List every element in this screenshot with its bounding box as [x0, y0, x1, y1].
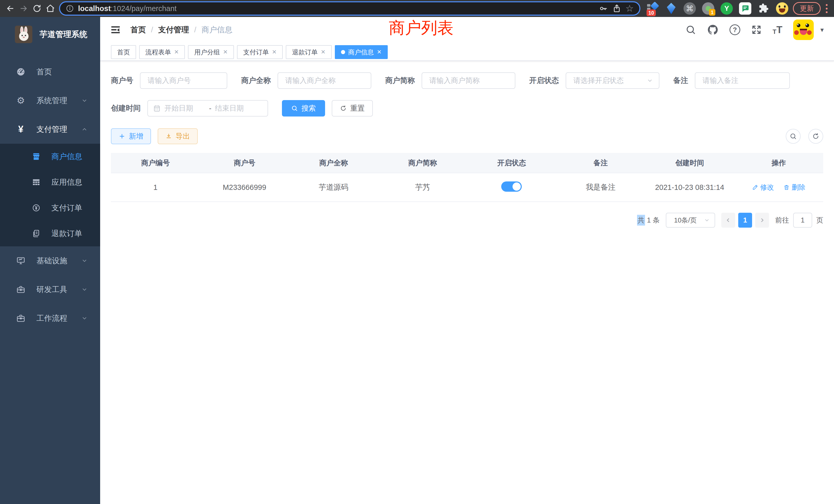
browser-reload-button[interactable]	[30, 2, 44, 15]
sidebar-item-merchant-info[interactable]: 商户信息	[0, 144, 100, 169]
table-toolbar: 新增 导出	[111, 128, 823, 144]
extension-tabs-icon[interactable]: 10	[646, 2, 659, 15]
chrome-update-button[interactable]: 更新	[793, 2, 821, 15]
help-button[interactable]: ?	[729, 24, 740, 35]
extension-gem-icon[interactable]	[665, 2, 677, 15]
merchant-no-input[interactable]	[140, 72, 227, 89]
header-search-button[interactable]	[685, 24, 696, 35]
site-info-icon[interactable]	[66, 4, 74, 13]
field-label: 商户简称	[385, 75, 415, 86]
chevron-down-icon	[81, 315, 88, 322]
main-panel: 首页 / 支付管理 / 商户信息 ?	[100, 17, 834, 504]
breadcrumb-payment[interactable]: 支付管理	[158, 25, 189, 35]
sidebar-item-refund-order[interactable]: 退款订单	[0, 221, 100, 246]
tab-process-form[interactable]: 流程表单 ✕	[139, 45, 185, 59]
page-size-select[interactable]: 10条/页	[666, 213, 715, 228]
extension-y-icon[interactable]: Y	[721, 2, 733, 15]
sidebar-item-dev-tools[interactable]: 研发工具	[0, 275, 100, 304]
edit-link[interactable]: 修改	[752, 183, 774, 192]
tab-label: 流程表单	[145, 48, 171, 56]
search-button[interactable]: 搜索	[282, 100, 325, 116]
close-icon[interactable]: ✕	[272, 49, 277, 55]
url-host: localhost	[78, 4, 111, 13]
avatar-caret-icon[interactable]: ▾	[820, 26, 824, 34]
goto-page-input[interactable]	[793, 213, 812, 228]
close-icon[interactable]: ✕	[377, 49, 381, 55]
extension-badge: 10	[646, 9, 656, 16]
chevron-up-icon	[81, 126, 88, 133]
export-button[interactable]: 导出	[158, 128, 198, 144]
chevron-left-icon	[725, 217, 731, 224]
table-header-row: 商户编号 商户号 商户全称 商户简称 开启状态 备注 创建时间 操作	[111, 153, 823, 173]
chevron-down-icon	[704, 217, 710, 223]
prev-page-button[interactable]	[721, 213, 735, 228]
sidebar-item-payment[interactable]: ¥ 支付管理	[0, 115, 100, 144]
date-range-picker[interactable]: -	[147, 100, 268, 116]
browser-back-button[interactable]	[4, 2, 17, 15]
browser-home-button[interactable]	[44, 2, 57, 15]
sidebar-item-home[interactable]: 首页	[0, 58, 100, 86]
yen-icon: ¥	[16, 125, 26, 134]
toggle-search-button[interactable]	[786, 129, 800, 144]
calendar-icon	[153, 105, 161, 112]
tab-pay-order[interactable]: 支付订单 ✕	[237, 45, 283, 59]
col-remark: 备注	[556, 153, 645, 173]
start-date-input[interactable]	[164, 104, 205, 112]
breadcrumb-home[interactable]: 首页	[130, 25, 146, 35]
end-date-input[interactable]	[215, 104, 256, 112]
remark-input[interactable]	[695, 72, 790, 89]
extension-chat-icon[interactable]	[739, 2, 751, 15]
short-name-input[interactable]	[422, 72, 515, 89]
refresh-table-button[interactable]	[808, 129, 823, 144]
tab-home[interactable]: 首页	[111, 45, 136, 59]
breadcrumb-separator: /	[151, 25, 153, 34]
extension-recorder-icon[interactable]: 1	[702, 2, 714, 15]
tab-label: 退款订单	[292, 48, 317, 56]
table-row: 1 M233666999 芋道源码 芋艿 我是备注 2021-10-23 08:…	[111, 173, 823, 202]
next-page-button[interactable]	[755, 213, 769, 228]
extension-tray: 10 ⌘ 1 Y	[646, 2, 788, 15]
sidebar-fold-button[interactable]	[109, 24, 122, 36]
extensions-puzzle-icon[interactable]	[758, 2, 770, 15]
table-tools	[786, 129, 823, 144]
close-icon[interactable]: ✕	[174, 49, 179, 55]
sidebar-item-pay-order[interactable]: 支付订单	[0, 195, 100, 221]
emoji-face-icon	[776, 2, 788, 15]
dot	[826, 8, 828, 9]
page-number-current[interactable]: 1	[738, 213, 752, 228]
status-select[interactable]: 请选择开启状态	[566, 72, 659, 89]
share-icon[interactable]	[612, 4, 621, 13]
col-short-name: 商户简称	[378, 153, 467, 173]
extension-command-icon[interactable]: ⌘	[683, 2, 696, 15]
grid-icon	[31, 178, 42, 187]
tags-view-bar: 首页 流程表单 ✕ 用户分组 ✕ 支付订单 ✕ 退款订单 ✕ 商户信息 ✕	[100, 43, 834, 61]
font-size-button[interactable]: TT	[773, 24, 783, 36]
add-button[interactable]: 新增	[111, 128, 151, 144]
bookmark-star-icon[interactable]: ☆	[626, 4, 634, 13]
filter-create-time: 创建时间 -	[111, 100, 268, 116]
github-button[interactable]	[707, 24, 719, 36]
tab-merchant-info[interactable]: 商户信息 ✕	[335, 45, 388, 59]
full-name-input[interactable]	[278, 72, 371, 89]
tab-refund-order[interactable]: 退款订单 ✕	[286, 45, 331, 59]
delete-link[interactable]: 删除	[784, 183, 806, 192]
sidebar-item-workflow[interactable]: 工作流程	[0, 304, 100, 333]
password-key-icon[interactable]	[599, 4, 608, 13]
close-icon[interactable]: ✕	[321, 49, 325, 55]
profile-avatar[interactable]	[776, 2, 788, 15]
sidebar-item-system[interactable]: ⚙ 系统管理	[0, 86, 100, 115]
browser-menu-button[interactable]	[823, 2, 830, 15]
address-bar[interactable]: localhost:1024/pay/merchant ☆	[59, 1, 640, 16]
close-icon[interactable]: ✕	[223, 49, 227, 55]
sidebar-item-app-info[interactable]: 应用信息	[0, 169, 100, 195]
browser-forward-button[interactable]	[17, 2, 30, 15]
user-avatar[interactable]	[793, 20, 814, 40]
filter-full-name: 商户全称	[241, 72, 371, 89]
avatar-mouth	[800, 29, 807, 35]
reset-button[interactable]: 重置	[332, 100, 373, 116]
pager: 1	[721, 213, 769, 228]
fullscreen-button[interactable]	[751, 24, 762, 35]
tab-user-group[interactable]: 用户分组 ✕	[188, 45, 234, 59]
sidebar-item-infrastructure[interactable]: 基础设施	[0, 246, 100, 275]
status-toggle[interactable]	[501, 181, 522, 192]
